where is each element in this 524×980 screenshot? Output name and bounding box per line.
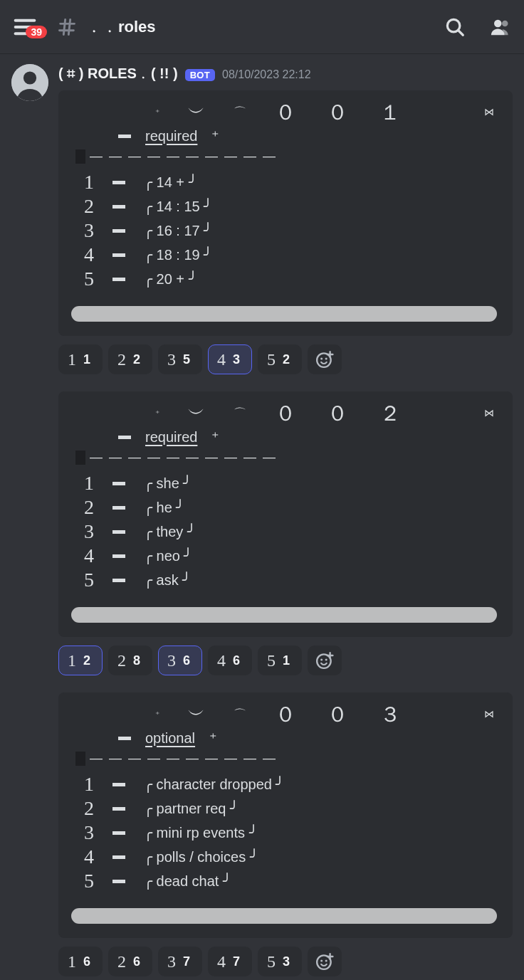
- item-text: ╭ she ╯: [144, 475, 192, 492]
- reaction-button[interactable]: 12: [58, 646, 103, 675]
- reaction-emoji: 5: [267, 952, 276, 971]
- separator: — — — — — — — — — —: [90, 149, 277, 164]
- item-text: ╭ 18 : 19 ╯: [144, 246, 212, 263]
- members-icon[interactable]: [490, 16, 511, 38]
- add-reaction-button[interactable]: [308, 344, 342, 374]
- separator: — — — — — — — — — —: [90, 450, 277, 465]
- item-number: 1: [75, 773, 94, 796]
- avatar[interactable]: [11, 64, 48, 101]
- dash-icon: [112, 506, 125, 510]
- item-number: 5: [75, 268, 94, 290]
- reaction-count: 6: [133, 954, 140, 969]
- sparkle-icon: ⁺: [155, 409, 159, 418]
- reaction-button[interactable]: 52: [258, 344, 302, 374]
- embed-header: ⁺ ︶ ⌒ ０ ０ ２: [71, 401, 497, 426]
- item-number: 1: [75, 472, 94, 495]
- reaction-count: 6: [183, 653, 190, 668]
- list-item: 5╭ dead chat ╯: [75, 870, 497, 892]
- author-name[interactable]: ( ⌗ ) ROLES﹒( !! ): [58, 64, 178, 83]
- bowtie-icon: ⋈: [484, 708, 494, 720]
- svg-point-9: [317, 353, 331, 367]
- item-number: 2: [75, 195, 94, 218]
- list-item: 4╭ 18 : 19 ╯: [75, 243, 497, 266]
- add-reaction-button[interactable]: [308, 646, 342, 675]
- reaction-emoji: 5: [267, 350, 276, 369]
- reaction-count: 2: [133, 352, 140, 367]
- reaction-emoji: 2: [117, 952, 126, 971]
- list-item: 3╭ they ╯: [75, 520, 497, 543]
- dash-icon: [118, 436, 131, 439]
- sparkle-icon: ⁺: [211, 428, 219, 446]
- reaction-button[interactable]: 47: [208, 947, 252, 976]
- item-number: 3: [75, 520, 94, 543]
- reaction-emoji: 4: [217, 350, 226, 369]
- item-number: 5: [75, 870, 94, 892]
- svg-point-10: [320, 357, 323, 359]
- reaction-emoji: 3: [167, 651, 176, 670]
- dash-icon: [112, 181, 125, 184]
- list-item: 2╭ partner req ╯: [75, 797, 497, 820]
- reaction-count: 5: [183, 352, 190, 367]
- reaction-button[interactable]: 28: [108, 646, 152, 675]
- embed: ⋈ ⁺ ︶ ⌒ ０ ０ ３ optional ⁺ — — — — — — — —…: [58, 692, 513, 938]
- embed-number: ０ ０ １: [275, 98, 414, 127]
- add-reaction-icon: [315, 350, 334, 369]
- smile-icon: ︶: [188, 101, 205, 124]
- item-text: ╭ partner req ╯: [144, 800, 239, 817]
- dash-icon: [112, 783, 125, 786]
- square-icon: [75, 752, 85, 766]
- reaction-emoji: 1: [68, 651, 76, 670]
- dash-icon: [112, 554, 125, 558]
- search-icon[interactable]: [444, 16, 466, 38]
- list-item: 1╭ 14 + ╯: [75, 171, 497, 194]
- reaction-button[interactable]: 37: [158, 947, 202, 976]
- item-text: ╭ he ╯: [144, 499, 184, 516]
- add-reaction-icon: [315, 952, 334, 971]
- embed: ⋈ ⁺ ︶ ⌒ ０ ０ １ required ⁺ — — — — — — — —…: [58, 90, 513, 336]
- embed-list: 1╭ she ╯2╭ he ╯3╭ they ╯4╭ neo ╯5╭ ask ╯: [75, 472, 497, 591]
- reaction-count: 8: [133, 653, 140, 668]
- svg-point-5: [494, 19, 502, 27]
- bowtie-icon: ⋈: [484, 407, 494, 418]
- embed-sub-label: optional: [145, 730, 195, 747]
- add-reaction-button[interactable]: [308, 947, 342, 976]
- svg-point-13: [320, 658, 323, 660]
- reaction-button[interactable]: 51: [258, 646, 302, 675]
- list-item: 1╭ character dropped ╯: [75, 773, 497, 796]
- dash-icon: [112, 831, 125, 835]
- dash-icon: [112, 530, 125, 534]
- sparkle-icon: ⁺: [155, 107, 159, 117]
- reaction-button[interactable]: 26: [108, 947, 152, 976]
- reaction-emoji: 3: [167, 350, 176, 369]
- item-text: ╭ neo ╯: [144, 547, 192, 564]
- item-text: ╭ polls / choices ╯: [144, 848, 258, 865]
- list-item: 3╭ mini rp events ╯: [75, 821, 497, 844]
- menu-button[interactable]: 39: [13, 19, 37, 36]
- reaction-button[interactable]: 22: [108, 344, 152, 374]
- reaction-button[interactable]: 46: [208, 646, 252, 675]
- arc-icon: ⌒: [234, 405, 246, 422]
- item-text: ╭ character dropped ╯: [144, 776, 284, 793]
- item-number: 4: [75, 845, 94, 868]
- reaction-button[interactable]: 36: [158, 646, 202, 675]
- reaction-button[interactable]: 35: [158, 344, 202, 374]
- embed-sub-label: required: [145, 128, 197, 144]
- reaction-button[interactable]: 11: [58, 344, 103, 374]
- sparkle-icon: ⁺: [155, 710, 159, 720]
- reaction-button[interactable]: 53: [258, 947, 302, 976]
- item-number: 1: [75, 171, 94, 194]
- reaction-button[interactable]: 16: [58, 947, 103, 976]
- reaction-count: 3: [233, 352, 240, 367]
- embed-sub-label: required: [145, 429, 197, 446]
- item-text: ╭ 16 : 17 ╯: [144, 222, 212, 239]
- channel-name[interactable]: ﹒﹒roles: [87, 16, 444, 38]
- svg-point-17: [325, 959, 328, 961]
- embed-image-bar: [71, 908, 497, 924]
- reaction-button[interactable]: 43: [208, 344, 252, 374]
- timestamp: 08/10/2023 22:12: [222, 68, 311, 81]
- svg-point-11: [325, 357, 328, 359]
- item-text: ╭ 14 + ╯: [144, 174, 197, 191]
- item-text: ╭ 20 + ╯: [144, 270, 197, 288]
- reaction-count: 6: [83, 954, 90, 969]
- reaction-emoji: 4: [217, 651, 226, 670]
